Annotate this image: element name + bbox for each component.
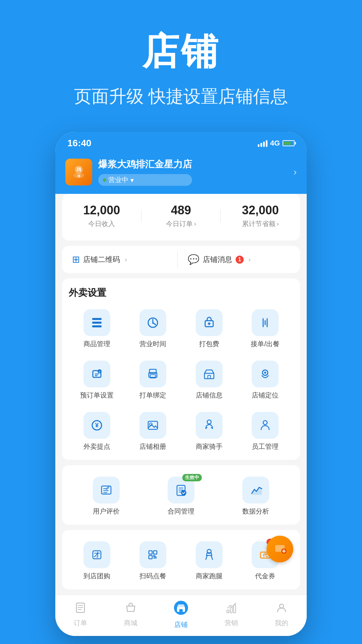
svg-rect-38 — [149, 555, 152, 559]
page-subtitle: 页面升级 快捷设置店铺信息 — [0, 85, 362, 108]
delivery-tip-label: 外卖提点 — [83, 442, 110, 451]
svg-point-25 — [264, 372, 266, 374]
nav-marketing[interactable]: 营销 — [211, 602, 251, 628]
staff-management-icon — [252, 412, 279, 439]
stat-savings[interactable]: 32,000 累计节省额 › — [221, 203, 300, 228]
fab-button[interactable] — [266, 536, 293, 562]
stats-row: 12,000 今日收入 489 今日订单 › 32,000 累计节省额 › — [62, 203, 300, 234]
business-hours-label: 营业时间 — [139, 339, 166, 348]
bottom-nav: 订单 商城 — [55, 595, 307, 636]
user-review-label: 用户评价 — [93, 507, 120, 516]
store-location-item[interactable]: 店铺定位 — [237, 357, 294, 403]
merchant-errand-item[interactable]: 商家跑腿 — [181, 538, 237, 584]
nav-orders[interactable]: 订单 — [60, 602, 101, 628]
store-location-label: 店铺定位 — [252, 391, 279, 400]
scan-order-label: 扫码点餐 — [139, 572, 166, 581]
chevron-down-icon: ▾ — [130, 176, 134, 184]
store-info-label: 店铺信息 — [196, 391, 223, 400]
user-review-item[interactable]: 用户评价 — [69, 473, 143, 519]
merchant-errand-label: 商家跑腿 — [196, 572, 223, 581]
nav-profile[interactable]: 我的 — [261, 602, 302, 628]
phone-mockup: 16:40 4G 鸡 — [0, 122, 362, 636]
contract-management-item[interactable]: 生效中 合同管理 — [143, 473, 218, 519]
management-icon-grid: 用户评价 生效中 合同管理 — [69, 473, 293, 519]
menu-management-item[interactable]: 商品管理 — [69, 306, 125, 352]
order-meal-icon — [252, 309, 279, 336]
shop-arrow-icon[interactable]: › — [294, 167, 297, 177]
delivery-section-title: 外卖设置 — [69, 286, 293, 299]
svg-rect-39 — [154, 551, 157, 554]
svg-rect-6 — [92, 325, 102, 327]
svg-point-31 — [263, 421, 267, 425]
qr-icon: ⊞ — [72, 254, 80, 265]
svg-point-34 — [181, 490, 186, 495]
message-badge: 1 — [236, 256, 244, 264]
stat-daily-orders[interactable]: 489 今日订单 › — [141, 203, 221, 228]
nav-orders-label: 订单 — [74, 619, 87, 628]
stat-label-income: 今日收入 — [62, 219, 141, 228]
svg-text:¥: ¥ — [95, 422, 99, 429]
store-info-item[interactable]: 店铺信息 — [181, 357, 237, 403]
management-section: 用户评价 生效中 合同管理 — [62, 465, 300, 525]
svg-rect-49 — [227, 610, 229, 613]
shop-info: 鸡 排 爆浆大鸡排汇金星力店 营业中 ▾ — [65, 158, 192, 186]
stat-value-orders: 489 — [141, 203, 221, 217]
print-binding-item[interactable]: 打单绑定 — [125, 357, 181, 403]
stat-daily-income[interactable]: 12,000 今日收入 — [62, 203, 141, 228]
nav-mall[interactable]: 商城 — [111, 602, 151, 628]
svg-rect-5 — [92, 322, 102, 324]
packaging-fee-item[interactable]: 打包费 — [181, 306, 237, 352]
shop-header: 鸡 排 爆浆大鸡排汇金星力店 营业中 ▾ › — [55, 153, 307, 194]
qr-code-link[interactable]: ⊞ 店铺二维码 › — [69, 246, 178, 273]
stat-value-income: 12,000 — [62, 203, 141, 217]
shop-status-label: 营业中 — [108, 175, 128, 184]
scan-order-icon — [139, 541, 166, 568]
phone-body: 16:40 4G 鸡 — [55, 132, 307, 636]
order-meal-item[interactable]: 接单/出餐 — [237, 306, 294, 352]
stats-card: 12,000 今日收入 489 今日订单 › 32,000 累计节省额 › — [62, 194, 300, 240]
nav-store-label: 店铺 — [174, 620, 188, 629]
merchant-rider-icon — [196, 412, 223, 439]
packaging-fee-icon — [196, 309, 223, 336]
store-album-item[interactable]: 店铺相册 — [125, 409, 181, 454]
delivery-tip-item[interactable]: ¥ 外卖提点 — [69, 409, 125, 454]
status-dot — [103, 178, 106, 182]
merchant-rider-item[interactable]: 商家骑手 — [181, 409, 237, 454]
preorder-setting-item[interactable]: ¥ 预订单设置 — [69, 357, 125, 403]
tools-section: 才 到店团购 扫码点餐 — [62, 530, 300, 589]
scan-order-item[interactable]: 扫码点餐 — [125, 538, 181, 584]
store-icon — [174, 600, 188, 618]
print-binding-label: 打单绑定 — [139, 391, 166, 400]
message-icon: 💬 — [188, 254, 199, 265]
store-album-label: 店铺相册 — [139, 442, 166, 451]
svg-line-9 — [153, 323, 156, 325]
svg-rect-4 — [92, 318, 102, 320]
shop-status-badge[interactable]: 营业中 ▾ — [98, 174, 192, 186]
stat-label-savings: 累计节省额 › — [221, 219, 300, 228]
business-hours-item[interactable]: 营业时间 — [125, 306, 181, 352]
data-analysis-icon — [242, 477, 269, 503]
page-title: 店铺 — [0, 27, 362, 77]
staff-management-item[interactable]: 员工管理 — [237, 409, 294, 454]
data-analysis-label: 数据分析 — [242, 507, 269, 516]
staff-management-label: 员工管理 — [252, 442, 279, 451]
battery-icon — [283, 140, 295, 146]
svg-rect-22 — [204, 373, 214, 379]
status-time: 16:40 — [67, 138, 92, 149]
order-meal-label: 接单/出餐 — [251, 339, 280, 348]
signal-icon — [258, 140, 267, 147]
msg-arrow-icon: › — [248, 256, 251, 263]
preorder-label: 预订单设置 — [80, 391, 114, 400]
business-hours-icon — [139, 309, 166, 336]
preorder-icon: ¥ — [83, 361, 110, 387]
group-buy-item[interactable]: 才 到店团购 — [69, 538, 125, 584]
nav-store[interactable]: 店铺 — [161, 600, 201, 629]
message-link[interactable]: 💬 店铺消息 1 › — [178, 246, 293, 273]
user-review-icon — [93, 477, 120, 503]
store-album-icon — [139, 412, 166, 439]
status-icons: 4G — [258, 139, 295, 148]
tools-icon-grid: 才 到店团购 扫码点餐 — [69, 538, 293, 584]
data-analysis-item[interactable]: 数据分析 — [219, 473, 293, 519]
print-binding-icon — [139, 361, 166, 387]
contract-management-label: 合同管理 — [168, 507, 194, 516]
